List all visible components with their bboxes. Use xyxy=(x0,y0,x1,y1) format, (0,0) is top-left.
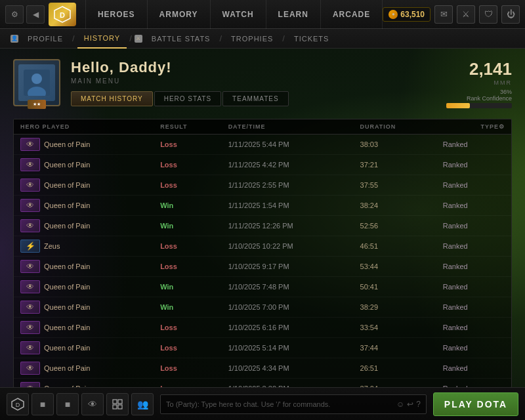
table-row[interactable]: 👁 Queen of Pain Win 1/10/2025 7:00 PM 38… xyxy=(14,297,511,318)
rank-section: 2,141 MMR 36% Rank Confidence xyxy=(407,59,512,108)
tab-bar: MATCH HISTORY HERO STATS TEAMMATES xyxy=(71,91,396,106)
nav-armory[interactable]: ARMORY xyxy=(148,0,211,29)
profile-icon-btn[interactable] xyxy=(106,393,129,415)
tab-teammates[interactable]: TEAMMATES xyxy=(222,91,288,106)
col-datetime: DATE/TIME xyxy=(222,119,354,135)
table-row[interactable]: 👁 Queen of Pain Loss 1/10/2025 6:16 PM 3… xyxy=(14,318,511,338)
table-row[interactable]: 👁 Queen of Pain Loss 1/11/2025 4:42 PM 3… xyxy=(14,155,511,175)
sub-nav-profile[interactable]: PROFILE xyxy=(21,29,70,49)
power-icon-btn[interactable]: ⏻ xyxy=(501,5,520,24)
duration-cell: 37:04 xyxy=(354,379,436,388)
result-cell: Loss xyxy=(154,135,221,155)
back-icon-btn[interactable]: ◀ xyxy=(26,5,45,24)
table-row[interactable]: 👁 Queen of Pain Loss 1/11/2025 2:55 PM 3… xyxy=(14,175,511,196)
table-row[interactable]: 👁 Queen of Pain Loss 1/10/2025 3:32 PM 3… xyxy=(14,379,511,388)
mail-icon-btn[interactable]: ✉ xyxy=(434,5,453,24)
datetime-cell: 1/10/2025 4:34 PM xyxy=(222,358,354,379)
datetime-cell: 1/10/2025 5:14 PM xyxy=(222,338,354,358)
items-icon-btn[interactable]: ⚔ xyxy=(457,5,475,24)
sub-nav-trophies[interactable]: TROPHIES xyxy=(224,29,280,49)
play-dota-button[interactable]: PLAY DOTA xyxy=(433,392,518,416)
result-cell: Loss xyxy=(154,175,221,196)
rank-confidence-text: Rank Confidence xyxy=(407,95,512,102)
avatar-badge: ★★ xyxy=(28,100,46,109)
result-cell: Loss xyxy=(154,236,221,257)
table-row[interactable]: 👁 Queen of Pain Win 1/11/2025 1:54 PM 38… xyxy=(14,196,511,216)
nav-arcade[interactable]: ARCADE xyxy=(321,0,383,29)
result-cell: Loss xyxy=(154,358,221,379)
datetime-cell: 1/10/2025 9:17 PM xyxy=(222,257,354,277)
hero-cell: 👁 Queen of Pain xyxy=(14,318,154,338)
result-cell: Loss xyxy=(154,257,221,277)
chat-area[interactable]: To (Party): Type here to chat. Use '/' f… xyxy=(160,394,427,414)
rank-confidence: 36% Rank Confidence xyxy=(407,89,512,108)
sub-nav-history[interactable]: HISTORY xyxy=(77,29,127,49)
col-settings-icon[interactable]: ⚙ xyxy=(499,123,505,130)
confidence-bar-fill xyxy=(446,103,470,108)
mmr-label: MMR xyxy=(407,79,512,86)
tab-match-history[interactable]: MATCH HISTORY xyxy=(71,91,153,106)
col-duration: DURATION xyxy=(354,119,436,135)
table-header-row: HERO PLAYED RESULT DATE/TIME DURATION TY… xyxy=(14,119,511,135)
avatar-container: ★★ xyxy=(13,59,60,106)
hero-cell: 👁 Queen of Pain xyxy=(14,196,154,216)
bottom-btn-1[interactable]: ■ xyxy=(32,393,54,415)
dota-bottom-icon[interactable]: D xyxy=(7,393,29,415)
match-table: HERO PLAYED RESULT DATE/TIME DURATION TY… xyxy=(14,119,511,388)
shield-icon-btn[interactable]: 🛡 xyxy=(479,5,497,24)
hero-cell: 👁 Queen of Pain xyxy=(14,135,154,155)
bottom-icons: D ■ ■ 👁 👥 xyxy=(7,393,154,415)
sep-4: / xyxy=(282,33,285,43)
table-row[interactable]: 👁 Queen of Pain Loss 1/10/2025 9:17 PM 5… xyxy=(14,257,511,277)
nav-watch[interactable]: WATCH xyxy=(211,0,266,29)
table-row[interactable]: 👁 Queen of Pain Loss 1/11/2025 5:44 PM 3… xyxy=(14,135,511,155)
table-row[interactable]: 👁 Queen of Pain Loss 1/10/2025 4:34 PM 2… xyxy=(14,358,511,379)
datetime-cell: 1/10/2025 3:32 PM xyxy=(222,379,354,388)
chat-help-icon[interactable]: ? xyxy=(416,400,421,409)
hero-cell: 👁 Queen of Pain xyxy=(14,338,154,358)
nav-heroes[interactable]: HEROES xyxy=(85,0,148,29)
settings-icon-btn[interactable]: ⚙ xyxy=(5,5,24,24)
top-nav: ⚙ ◀ D HEROES ARMORY WATCH LEARN ARCADE ●… xyxy=(0,0,525,29)
type-cell: Ranked xyxy=(436,297,511,318)
bottom-btn-2[interactable]: ■ xyxy=(56,393,79,415)
result-cell: Loss xyxy=(154,338,221,358)
type-cell: Ranked xyxy=(436,318,511,338)
type-cell: Ranked xyxy=(436,236,511,257)
dota-logo[interactable]: D xyxy=(49,3,76,26)
watch-icon-btn[interactable]: 👁 xyxy=(81,393,104,415)
datetime-cell: 1/11/2025 12:26 PM xyxy=(222,216,354,236)
result-cell: Win xyxy=(154,196,221,216)
table-row[interactable]: 👁 Queen of Pain Win 1/10/2025 7:48 PM 50… xyxy=(14,277,511,297)
duration-cell: 38:29 xyxy=(354,297,436,318)
match-tbody: 👁 Queen of Pain Loss 1/11/2025 5:44 PM 3… xyxy=(14,135,511,388)
svg-text:D: D xyxy=(60,11,65,19)
table-row[interactable]: 👁 Queen of Pain Loss 1/10/2025 5:14 PM 3… xyxy=(14,338,511,358)
svg-rect-7 xyxy=(113,400,117,404)
type-cell: Ranked xyxy=(436,155,511,175)
profile-section: ★★ Hello, Daddy! MAIN MENU MATCH HISTORY… xyxy=(13,59,512,108)
hero-cell: 👁 Queen of Pain xyxy=(14,257,154,277)
chat-icon-2[interactable]: ↩ xyxy=(407,400,413,409)
sub-nav-tickets[interactable]: TICKETS xyxy=(287,29,335,49)
emoji-icon[interactable]: ☺ xyxy=(396,400,404,409)
duration-cell: 37:55 xyxy=(354,175,436,196)
datetime-cell: 1/11/2025 2:55 PM xyxy=(222,175,354,196)
svg-rect-10 xyxy=(118,405,122,409)
type-cell: Ranked xyxy=(436,216,511,236)
social-icon-btn[interactable]: 👥 xyxy=(131,393,154,415)
duration-cell: 46:51 xyxy=(354,236,436,257)
duration-cell: 33:54 xyxy=(354,318,436,338)
nav-right-controls: ● 63,510 ✉ ⚔ 🛡 ⏻ xyxy=(383,5,520,24)
datetime-cell: 1/10/2025 10:22 PM xyxy=(222,236,354,257)
match-table-container[interactable]: HERO PLAYED RESULT DATE/TIME DURATION TY… xyxy=(13,119,512,388)
table-row[interactable]: 👁 Queen of Pain Win 1/11/2025 12:26 PM 5… xyxy=(14,216,511,236)
avatar xyxy=(18,64,55,101)
svg-rect-9 xyxy=(113,405,117,409)
bottom-bar: D ■ ■ 👁 👥 To (Party): Type here to chat.… xyxy=(0,387,525,420)
table-row[interactable]: ⚡ Zeus Loss 1/10/2025 10:22 PM 46:51 Ran… xyxy=(14,236,511,257)
tab-hero-stats[interactable]: HERO STATS xyxy=(154,91,221,106)
duration-cell: 38:24 xyxy=(354,196,436,216)
nav-learn[interactable]: LEARN xyxy=(266,0,321,29)
sub-nav-battle-stats[interactable]: BATTLE STATS xyxy=(145,29,217,49)
